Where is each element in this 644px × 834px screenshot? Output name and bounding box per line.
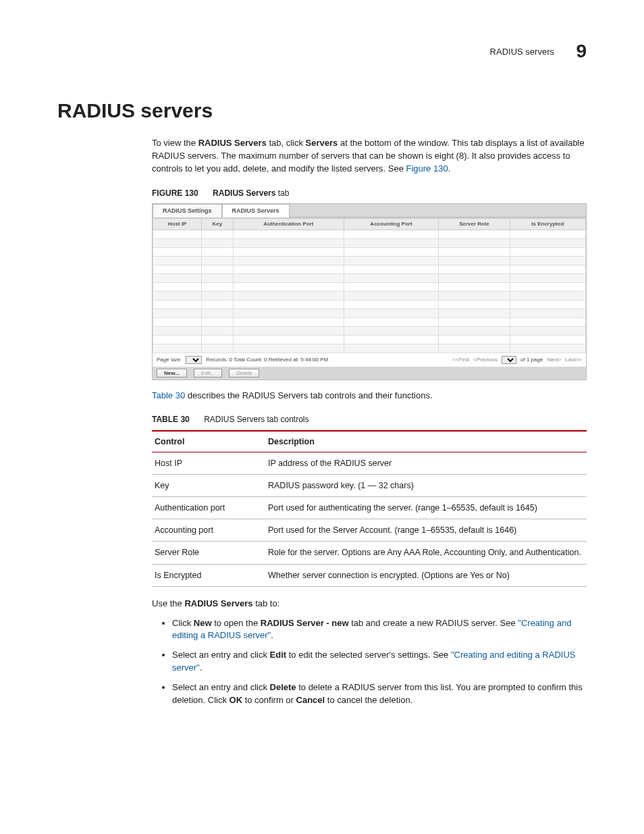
table-row[interactable] bbox=[153, 300, 586, 309]
button-bar: New... Edit... Delete bbox=[153, 367, 586, 380]
table-row: Host IPIP address of the RADIUS server bbox=[152, 452, 587, 474]
table-row[interactable] bbox=[153, 326, 586, 335]
col-server-role[interactable]: Server Role bbox=[439, 218, 510, 230]
pager-first[interactable]: <<First bbox=[452, 356, 469, 364]
col-auth-port[interactable]: Authentication Port bbox=[233, 218, 344, 230]
table-row[interactable] bbox=[153, 317, 586, 326]
table-row: Is EncryptedWhether server connection is… bbox=[152, 564, 587, 586]
pager-next[interactable]: Next> bbox=[547, 356, 561, 364]
list-item: Click New to open the RADIUS Server - ne… bbox=[172, 617, 587, 643]
table-row: KeyRADIUS password key. (1 — 32 chars) bbox=[152, 475, 587, 497]
use-paragraph: Use the RADIUS Servers tab to: bbox=[152, 598, 587, 610]
table-row[interactable] bbox=[153, 247, 586, 256]
edit-button[interactable]: Edit... bbox=[194, 369, 222, 377]
table-row[interactable] bbox=[153, 230, 586, 238]
header-section: RADIUS servers bbox=[490, 47, 554, 57]
content: To view the RADIUS Servers tab, click Se… bbox=[152, 137, 587, 707]
link-table-30[interactable]: Table 30 bbox=[152, 390, 185, 400]
pager-bar: Page size: 15 Records: 0 Total Count: 0 … bbox=[153, 353, 586, 367]
table-row[interactable] bbox=[153, 238, 586, 247]
table-row[interactable] bbox=[153, 282, 586, 291]
table-row[interactable] bbox=[153, 265, 586, 273]
tab-radius-servers[interactable]: RADIUS Servers bbox=[222, 204, 290, 217]
table-row[interactable] bbox=[153, 273, 586, 282]
table-30: Control Description Host IPIP address of… bbox=[152, 430, 587, 587]
bullet-list: Click New to open the RADIUS Server - ne… bbox=[152, 617, 587, 707]
th-description: Description bbox=[265, 431, 587, 452]
header-chapter: 9 bbox=[576, 41, 587, 62]
page-size-select[interactable]: 15 bbox=[186, 356, 202, 364]
page: RADIUS servers 9 RADIUS servers To view … bbox=[0, 0, 644, 834]
pager-of-text: of 1 page bbox=[520, 356, 543, 364]
table-row[interactable] bbox=[153, 309, 586, 317]
running-header: RADIUS servers 9 bbox=[57, 41, 587, 62]
col-key[interactable]: Key bbox=[202, 218, 234, 230]
table-row[interactable] bbox=[153, 344, 586, 353]
intro-paragraph: To view the RADIUS Servers tab, click Se… bbox=[152, 137, 587, 176]
page-title: RADIUS servers bbox=[57, 99, 587, 122]
link-figure-130[interactable]: Figure 130 bbox=[406, 163, 448, 174]
page-size-label: Page size: bbox=[157, 356, 182, 364]
list-item: Select an entry and click Delete to dele… bbox=[172, 681, 587, 707]
new-button[interactable]: New... bbox=[157, 369, 187, 377]
pager-prev[interactable]: <Previous bbox=[473, 356, 498, 364]
delete-button[interactable]: Delete bbox=[229, 369, 259, 377]
bold-servers: Servers bbox=[306, 138, 338, 148]
tab-radius-settings[interactable]: RADIUS Settings bbox=[153, 204, 222, 217]
th-control: Control bbox=[152, 431, 265, 452]
figure-130-screenshot: RADIUS Settings RADIUS Servers Host IP K… bbox=[152, 203, 587, 380]
table-caption: TABLE 30 RADIUS Servers tab controls bbox=[152, 414, 587, 425]
table-row: Authentication portPort used for authent… bbox=[152, 497, 587, 519]
table-row[interactable] bbox=[153, 256, 586, 265]
table-row: Server RoleRole for the server. Options … bbox=[152, 542, 587, 564]
bold-radius-servers: RADIUS Servers bbox=[198, 138, 267, 148]
servers-grid: Host IP Key Authentication Port Accounti… bbox=[153, 218, 586, 353]
pager-last[interactable]: Last>> bbox=[566, 356, 582, 364]
col-is-encrypted[interactable]: Is Encrypted bbox=[510, 218, 585, 230]
table-row[interactable] bbox=[153, 291, 586, 300]
figure-caption: FIGURE 130 RADIUS Servers tab bbox=[152, 188, 587, 199]
table-row[interactable] bbox=[153, 335, 586, 344]
list-item: Select an entry and click Edit to edit t… bbox=[172, 649, 587, 675]
pager-page-select[interactable]: 1 bbox=[502, 356, 516, 364]
records-text: Records: 0 Total Count: 0 Retrieved at: … bbox=[206, 356, 328, 364]
col-host-ip[interactable]: Host IP bbox=[153, 218, 202, 230]
after-figure-paragraph: Table 30 describes the RADIUS Servers ta… bbox=[152, 390, 587, 402]
tab-strip: RADIUS Settings RADIUS Servers bbox=[153, 204, 586, 218]
col-acct-port[interactable]: Accounting Port bbox=[344, 218, 438, 230]
table-row: Accounting portPort used for the Server … bbox=[152, 519, 587, 542]
